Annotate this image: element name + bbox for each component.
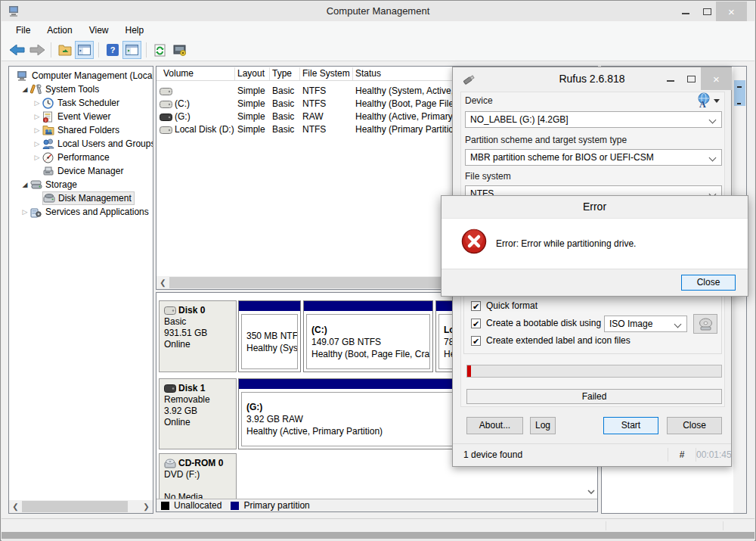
scroll-right-icon[interactable]: ❯ <box>140 500 153 513</box>
rufus-status-box: Failed <box>466 389 722 404</box>
disk0-label-box[interactable]: Disk 0 Basic 931.51 GB Online <box>159 300 237 372</box>
collapsed-arrow-icon[interactable]: ▷ <box>20 208 30 216</box>
start-button[interactable]: Start <box>603 417 658 434</box>
scrollbar-thumb[interactable] <box>22 501 128 512</box>
forward-button[interactable] <box>27 41 46 59</box>
show-console-tree-button[interactable] <box>75 41 94 59</box>
main-status-bar <box>2 518 754 532</box>
show-action-pane-button[interactable] <box>122 41 141 59</box>
partition-scheme-select[interactable]: MBR partition scheme for BIOS or UEFI-CS… <box>465 149 722 166</box>
bootable-disk-row[interactable]: ✔ Create a bootable disk using <box>471 318 601 328</box>
console-tree-pane: Computer Management (Local ◢ System Tool… <box>8 66 153 514</box>
volume-fs: RAW <box>302 111 324 122</box>
column-volume[interactable]: Volume <box>163 68 194 79</box>
checkbox-checked-icon[interactable]: ✔ <box>471 336 481 346</box>
partition-size: 149.07 GB NTFS <box>311 336 429 348</box>
help-button[interactable]: ? <box>103 41 122 59</box>
rufus-maximize-button[interactable] <box>682 67 700 90</box>
tree-item-local-users-and-groups[interactable]: ▷ Local Users and Groups <box>9 137 153 151</box>
tree-item-label: Services and Applications <box>44 207 149 217</box>
error-close-button[interactable]: Close <box>681 275 736 291</box>
error-dialog-title: Error <box>442 196 748 218</box>
error-message: Error: Error while partitioning drive. <box>496 238 636 249</box>
partition-system[interactable]: 350 MB NTFS Healthy (Syst <box>238 300 301 372</box>
disk-name: Disk 1 <box>178 383 205 394</box>
collapsed-arrow-icon[interactable]: ▷ <box>32 113 42 120</box>
tree-item-computer-management[interactable]: Computer Management (Local <box>9 69 153 82</box>
column-status[interactable]: Status <box>355 68 381 79</box>
partition-status: Healthy (Boot, Page File, Crash <box>311 348 429 360</box>
tree-item-system-tools[interactable]: ◢ System Tools <box>9 82 153 96</box>
disk1-label-box[interactable]: Disk 1 Removable 3.92 GB Online <box>159 378 237 449</box>
device-select[interactable]: NO_LABEL (G:) [4.2GB] <box>465 111 722 128</box>
scroll-down-icon[interactable] <box>585 486 597 498</box>
column-layout[interactable]: Layout <box>237 68 265 79</box>
checkbox-checked-icon[interactable]: ✔ <box>471 319 481 328</box>
log-hash-button[interactable]: # <box>668 449 696 460</box>
checkbox-checked-icon[interactable]: ✔ <box>471 301 481 311</box>
column-type[interactable]: Type <box>272 68 292 79</box>
collapsed-arrow-icon[interactable]: ▷ <box>32 99 42 107</box>
minimize-button[interactable] <box>677 2 695 21</box>
help-icon: ? <box>107 44 119 56</box>
volume-drive-icon <box>160 101 172 108</box>
iso-image-select[interactable]: ISO Image <box>604 316 687 332</box>
tree-item-disk-management[interactable]: Disk Management <box>9 191 153 205</box>
tree-item-shared-folders[interactable]: ▷ Shared Folders <box>9 123 153 137</box>
back-arrow-icon <box>10 45 25 55</box>
tree-item-services-and-applications[interactable]: ▷ Services and Applications <box>9 205 153 219</box>
tree-item-storage[interactable]: ◢ Storage <box>9 178 153 191</box>
partition-c[interactable]: (C:) 149.07 GB NTFS Healthy (Boot, Page … <box>303 300 433 372</box>
main-titlebar[interactable]: Computer Management × <box>2 2 754 21</box>
tree-item-device-manager[interactable]: Device Manager <box>9 164 153 178</box>
cdrom-label-box[interactable]: CD-ROM 0 DVD (F:) No Media <box>159 453 237 499</box>
expanded-arrow-icon[interactable]: ◢ <box>20 181 30 188</box>
svg-text:i: i <box>45 117 46 122</box>
system-tools-icon <box>30 83 44 95</box>
volume-layout: Simple <box>237 111 265 122</box>
language-button[interactable]: A <box>695 92 720 109</box>
scrollbar-thumb[interactable] <box>734 80 745 106</box>
disk-icon <box>164 384 176 393</box>
close-button[interactable]: × <box>716 2 747 21</box>
tree-horizontal-scrollbar[interactable]: ❮ ❯ <box>9 500 153 513</box>
collapsed-arrow-icon[interactable]: ▷ <box>32 126 42 134</box>
file-system-label: File system <box>465 171 511 182</box>
primary-partition-color-swatch <box>231 502 239 510</box>
rescan-disks-button[interactable] <box>170 41 189 59</box>
menu-file[interactable]: File <box>8 23 39 38</box>
menu-action[interactable]: Action <box>39 23 80 38</box>
scroll-left-icon[interactable]: ❮ <box>156 276 169 289</box>
select-iso-button[interactable] <box>693 314 717 334</box>
chevron-down-icon <box>674 321 682 328</box>
about-button[interactable]: About... <box>466 417 523 434</box>
collapsed-arrow-icon[interactable]: ▷ <box>32 140 42 148</box>
volume-drive-icon-dark <box>160 113 172 121</box>
task-scheduler-icon <box>42 97 56 109</box>
tree-item-performance[interactable]: ▷ Performance <box>9 151 153 164</box>
scroll-left-icon[interactable]: ❮ <box>9 500 22 513</box>
refresh-button[interactable] <box>150 41 169 59</box>
volume-layout: Simple <box>237 86 265 96</box>
volume-layout: Simple <box>237 124 265 135</box>
expanded-arrow-icon[interactable]: ◢ <box>20 86 30 93</box>
rufus-minimize-button[interactable] <box>662 67 680 90</box>
collapsed-arrow-icon[interactable]: ▷ <box>32 154 42 161</box>
menu-help[interactable]: Help <box>117 23 153 38</box>
tree-item-event-viewer[interactable]: ▷ i Event Viewer <box>9 110 153 123</box>
maximize-button[interactable] <box>698 2 716 21</box>
disk-size: 931.51 GB <box>164 328 236 339</box>
menu-view[interactable]: View <box>81 23 117 38</box>
export-list-button[interactable] <box>55 41 74 59</box>
volume-name: (G:) <box>175 111 191 122</box>
rufus-titlebar[interactable]: Rufus 2.6.818 × <box>453 67 731 90</box>
quick-format-row[interactable]: ✔ Quick format <box>471 300 538 311</box>
column-file-system[interactable]: File System <box>302 68 350 79</box>
rufus-close-button[interactable]: × <box>701 67 732 90</box>
tree-item-task-scheduler[interactable]: ▷ Task Scheduler <box>9 96 153 110</box>
device-label: Device <box>465 95 493 106</box>
extended-label-row[interactable]: ✔ Create extended label and icon files <box>471 335 631 346</box>
back-button[interactable] <box>8 41 26 59</box>
rufus-close-action-button[interactable]: Close <box>667 417 722 434</box>
log-button[interactable]: Log <box>530 417 556 434</box>
